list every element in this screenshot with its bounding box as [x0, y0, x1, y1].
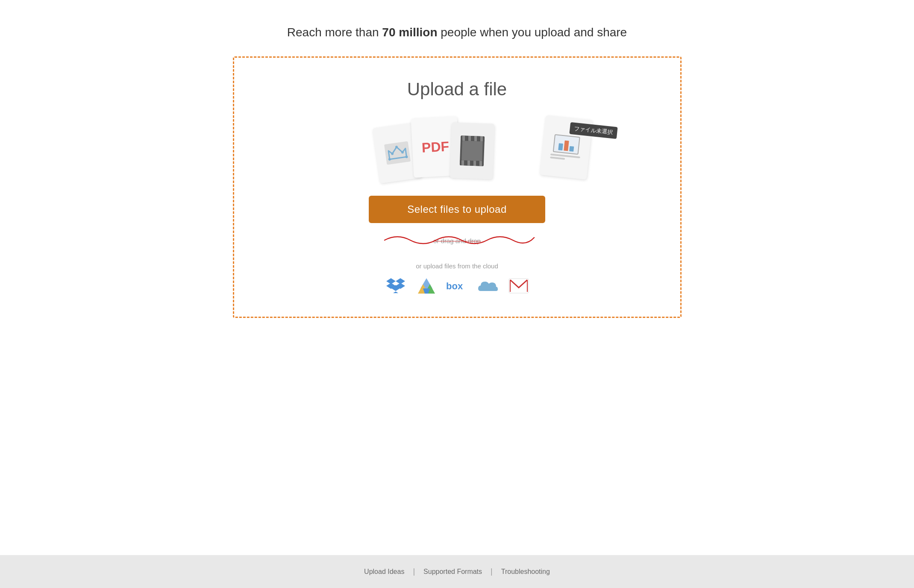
pres-bar-3 [569, 146, 574, 151]
svg-text:box: box [446, 281, 463, 291]
dropbox-button[interactable] [385, 276, 407, 295]
pres-screen [553, 134, 580, 155]
upload-title: Upload a file [407, 79, 507, 100]
pres-lines [550, 153, 580, 161]
footer-separator-2: | [491, 567, 493, 576]
presentation-doc-card: ファイル未選択 [539, 115, 592, 180]
pres-bar-1 [558, 143, 563, 150]
svg-marker-12 [393, 291, 398, 293]
gmail-button[interactable] [508, 276, 530, 295]
drag-drop-text: or drag and drop [433, 237, 481, 244]
chart-icon [382, 138, 412, 168]
footer-link-supported-formats[interactable]: Supported Formats [423, 568, 482, 576]
google-drive-icon [417, 277, 436, 294]
upload-button-wrapper: Select files to upload [369, 196, 545, 225]
film-middle [461, 141, 483, 161]
pres-line-2 [550, 156, 565, 160]
box-icon: box [446, 281, 468, 291]
google-drive-button[interactable] [415, 276, 438, 295]
onedrive-icon [477, 278, 499, 294]
cloud-upload-text: or upload files from the cloud [416, 262, 498, 270]
file-type-icons: PDF [376, 112, 538, 181]
gmail-icon [508, 278, 529, 294]
upload-box: Upload a file PDF [233, 56, 682, 318]
footer-link-upload-ideas[interactable]: Upload Ideas [364, 568, 404, 576]
box-button[interactable]: box [446, 276, 468, 295]
select-files-button[interactable]: Select files to upload [369, 196, 545, 223]
headline-bold: 70 million [382, 26, 437, 39]
cloud-icons: box [385, 276, 530, 295]
footer: Upload Ideas | Supported Formats | Troub… [0, 555, 914, 588]
footer-separator-1: | [413, 567, 415, 576]
onedrive-button[interactable] [477, 276, 499, 295]
pres-bar-2 [564, 140, 569, 151]
headline-prefix: Reach more than [287, 26, 382, 39]
footer-link-troubleshooting[interactable]: Troubleshooting [501, 568, 550, 576]
drag-drop-area: or drag and drop [251, 228, 663, 250]
page-wrapper: Reach more than 70 million people when y… [158, 0, 756, 521]
headline-suffix: people when you upload and share [438, 26, 627, 39]
footer-links: Upload Ideas | Supported Formats | Troub… [364, 567, 550, 576]
dropbox-icon [386, 277, 405, 294]
headline: Reach more than 70 million people when y… [287, 26, 627, 39]
presentation-icon [550, 134, 582, 161]
film-strip-icon [459, 135, 484, 166]
pdf-label: PDF [421, 138, 450, 156]
film-doc-card [450, 122, 494, 179]
